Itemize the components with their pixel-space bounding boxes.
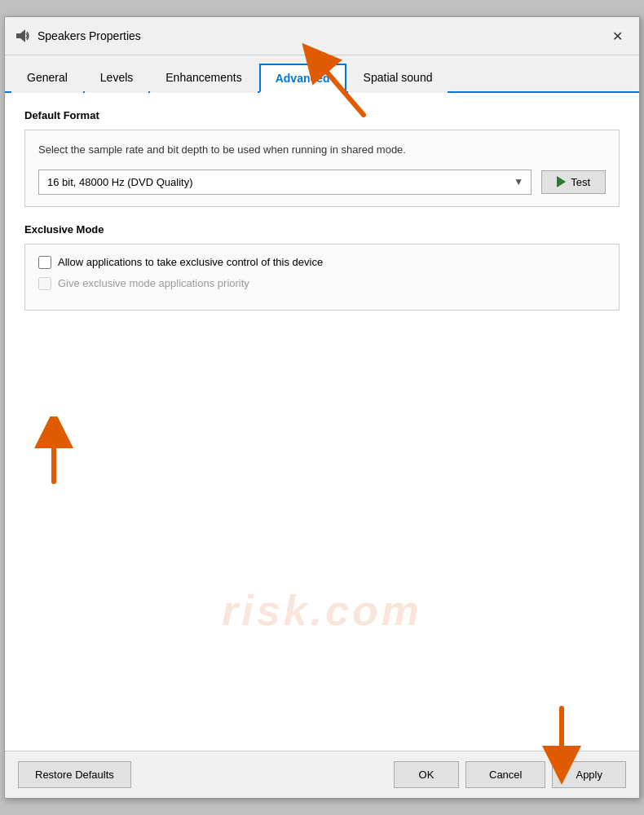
ok-button[interactable]: OK [394,761,459,788]
bottom-actions: OK Cancel Apply [394,761,626,788]
restore-defaults-button[interactable]: Restore Defaults [18,761,131,788]
cancel-button[interactable]: Cancel [465,761,545,788]
play-icon [557,176,566,187]
tab-spatial-sound[interactable]: Spatial sound [348,64,448,93]
format-select-wrapper: 16 bit, 44100 Hz (CD Quality) 16 bit, 48… [38,170,532,195]
speaker-icon [15,28,31,44]
exclusive-mode-section: Exclusive Mode Allow applications to tak… [24,223,620,311]
test-button-label: Test [571,176,590,188]
test-button[interactable]: Test [541,170,606,194]
main-content: Default Format Select the sample rate an… [5,93,639,751]
dialog-title: Speakers Properties [37,29,141,42]
tab-general[interactable]: General [11,64,83,93]
default-format-title: Default Format [24,109,620,121]
give-priority-checkbox[interactable] [38,277,51,290]
exclusive-mode-box: Allow applications to take exclusive con… [24,244,620,311]
give-priority-row: Give exclusive mode applications priorit… [38,277,606,290]
allow-exclusive-label: Allow applications to take exclusive con… [58,256,323,268]
format-row: 16 bit, 44100 Hz (CD Quality) 16 bit, 48… [38,170,606,195]
allow-exclusive-checkbox[interactable] [38,256,51,269]
format-select[interactable]: 16 bit, 44100 Hz (CD Quality) 16 bit, 48… [38,170,532,195]
default-format-section: Default Format Select the sample rate an… [24,109,620,207]
allow-exclusive-row: Allow applications to take exclusive con… [38,256,606,269]
tabs-container: General Levels Enhancements Advanced Spa… [5,55,639,93]
close-button[interactable]: ✕ [605,24,629,48]
default-format-box: Select the sample rate and bit depth to … [24,130,620,207]
bottom-bar: Restore Defaults OK Cancel Apply [5,751,639,798]
exclusive-mode-title: Exclusive Mode [24,223,620,236]
svg-marker-1 [20,29,25,42]
title-bar: Speakers Properties ✕ [5,17,639,55]
tab-enhancements[interactable]: Enhancements [150,64,257,93]
tab-levels[interactable]: Levels [85,64,148,93]
apply-button[interactable]: Apply [552,761,626,788]
svg-rect-0 [16,33,20,38]
tab-advanced[interactable]: Advanced [259,64,346,93]
give-priority-label: Give exclusive mode applications priorit… [58,277,249,289]
default-format-description: Select the sample rate and bit depth to … [38,142,606,158]
